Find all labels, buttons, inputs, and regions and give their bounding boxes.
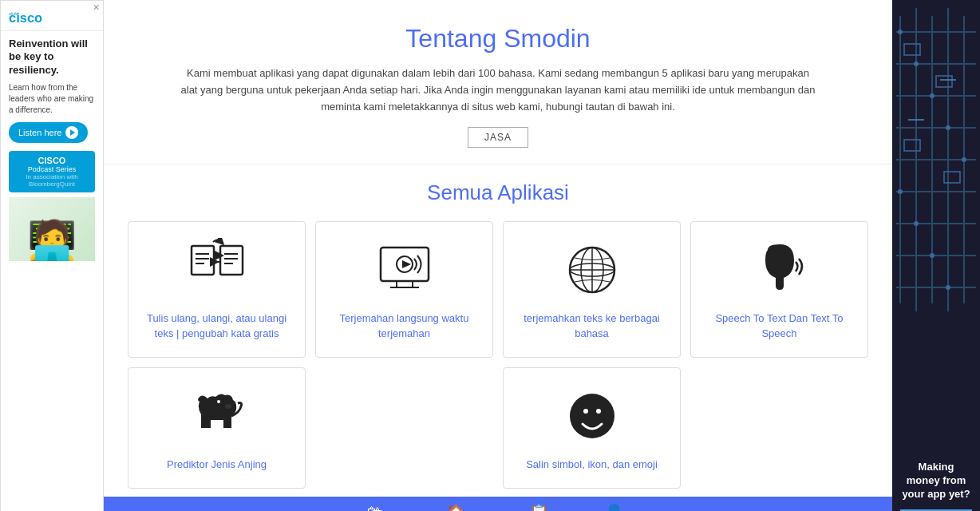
page-description: Kami membuat aplikasi yang dapat digunak… (179, 65, 817, 115)
app-card-globe-translate[interactable]: terjemahkan teks ke berbagai bahasa (503, 221, 681, 357)
svg-text:aluilu: aluilu (9, 11, 18, 16)
podcast-bloomberg: In association with BloombergQuint (14, 173, 90, 188)
app-card-translate-live[interactable]: Terjemahan langsung waktu terjemahan (315, 221, 493, 357)
svg-point-44 (946, 125, 950, 130)
play-circle (65, 126, 78, 139)
speech-icon (748, 238, 812, 302)
ad-illustration: 🧑‍💻 (9, 197, 95, 261)
svg-point-25 (583, 409, 588, 414)
svg-point-26 (596, 409, 601, 414)
nav-item-jasa[interactable]: 🛍 Jasa (366, 503, 385, 511)
person-icon: 🧑‍💻 (27, 221, 77, 261)
home-icon: 🏠 (446, 503, 466, 511)
emoji-icon (560, 384, 624, 448)
svg-rect-2 (192, 246, 214, 275)
rewrite-icon (185, 238, 249, 302)
cisco-logo: cisco aluilu (1, 1, 103, 31)
svg-point-24 (570, 394, 614, 438)
svg-point-42 (914, 61, 919, 66)
svg-point-22 (217, 400, 220, 403)
svg-point-46 (898, 189, 903, 194)
listen-label: Listen here (18, 128, 61, 137)
header-section: Tentang Smodin Kami membuat aplikasi yan… (104, 0, 892, 164)
app-label-speech: Speech To Text Dan Text To Speech (703, 311, 856, 340)
dog-icon (185, 384, 249, 448)
svg-rect-52 (904, 140, 920, 151)
app-card-speech[interactable]: Speech To Text Dan Text To Speech (690, 221, 868, 357)
bag-icon: 🛍 (367, 503, 383, 511)
apps-grid-row2: Prediktor Jenis Anjing Salin simbol (128, 367, 868, 489)
app-card-empty2 (690, 367, 868, 489)
ad-right-text-area: Making money from your app yet? Get Star… (892, 453, 980, 511)
ad-right-headline: Making money from your app yet? (900, 461, 972, 501)
svg-rect-50 (904, 44, 920, 55)
page-title: Tentang Smodin (136, 24, 860, 53)
bottom-nav: 🛍 Jasa 🏠 Situs utama 📋 Daftar 👤 Gabung H… (104, 497, 892, 511)
app-card-empty1 (315, 367, 493, 489)
ad-right: ✕ (892, 0, 980, 511)
nav-item-gabung[interactable]: 👤 Gabung (599, 503, 630, 511)
svg-point-23 (225, 404, 231, 409)
ad-left: ✕ cisco aluilu Reinvention will be key t… (0, 0, 104, 511)
nav-items: 🛍 Jasa 🏠 Situs utama 📋 Daftar 👤 Gabung (104, 503, 892, 511)
translate-live-icon (373, 238, 437, 302)
list-icon: 📋 (529, 503, 549, 511)
svg-point-47 (914, 221, 919, 226)
svg-point-48 (930, 253, 935, 258)
app-label-emoji: Salin simbol, ikon, dan emoji (516, 458, 668, 472)
ad-body: Learn how from the leaders who are makin… (9, 82, 95, 116)
ad-headline: Reinvention will be key to resiliency. (9, 38, 95, 78)
cisco-podcast-box: CISCO Podcast Series In association with… (9, 151, 95, 192)
svg-rect-6 (220, 246, 243, 275)
jasa-button[interactable]: JASA (468, 127, 528, 148)
app-card-dog[interactable]: Prediktor Jenis Anjing (128, 367, 306, 489)
ad-left-close[interactable]: ✕ (93, 2, 100, 13)
svg-point-41 (898, 30, 903, 34)
svg-point-43 (930, 93, 935, 98)
svg-point-45 (962, 157, 966, 162)
main-content: Tentang Smodin Kami membuat aplikasi yan… (104, 0, 892, 511)
person-icon: 👤 (604, 503, 624, 511)
apps-section: Semua Aplikasi (104, 164, 892, 497)
svg-rect-53 (944, 172, 960, 183)
svg-rect-51 (936, 76, 952, 87)
play-triangle-icon (70, 129, 75, 136)
nav-item-daftar[interactable]: 📋 Daftar (527, 503, 551, 511)
nav-item-home[interactable]: 🏠 Situs utama (433, 503, 479, 511)
circuit-background (892, 0, 980, 453)
apps-grid-row1: Tulis ulang, ulangi, atau ulangi teks | … (128, 221, 868, 357)
ad-left-content: Reinvention will be key to resiliency. L… (1, 31, 103, 268)
app-label-dog: Prediktor Jenis Anjing (140, 458, 293, 472)
podcast-title: CISCO (14, 156, 90, 165)
globe-icon (560, 238, 624, 302)
app-label-rewrite: Tulis ulang, ulangi, atau ulangi teks | … (140, 311, 293, 340)
apps-heading: Semua Aplikasi (128, 180, 868, 205)
listen-button[interactable]: Listen here (9, 122, 88, 143)
app-label-translate-text: terjemahkan teks ke berbagai bahasa (516, 311, 668, 340)
svg-point-49 (946, 285, 950, 290)
app-card-emoji[interactable]: Salin simbol, ikon, dan emoji (503, 367, 681, 489)
app-label-translate-live: Terjemahan langsung waktu terjemahan (328, 311, 480, 340)
podcast-subtitle: Podcast Series (14, 165, 90, 173)
svg-marker-16 (402, 260, 411, 268)
app-card-rewrite[interactable]: Tulis ulang, ulangi, atau ulangi teks | … (128, 221, 306, 357)
